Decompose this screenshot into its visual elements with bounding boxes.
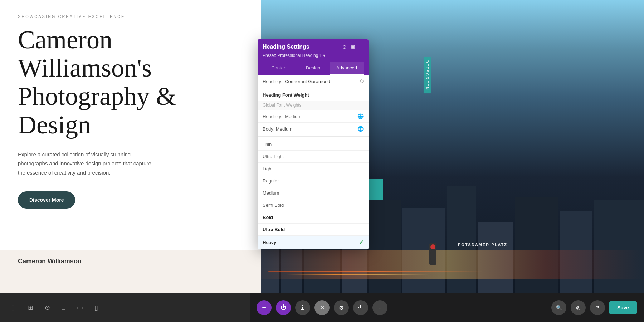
heading-settings-panel: Heading Settings ⊙ ▣ ⋮ Preset: Professio… bbox=[258, 39, 369, 249]
view-button[interactable]: ◎ bbox=[571, 300, 586, 315]
globe-icon: 🌐 bbox=[357, 113, 364, 119]
weight-option-ultralight[interactable]: Ultra Light bbox=[258, 150, 369, 162]
search-right-button[interactable]: 🔍 bbox=[551, 300, 566, 315]
discover-more-button[interactable]: Discover More bbox=[18, 191, 75, 209]
weight-option-heavy[interactable]: Heavy ✓ bbox=[258, 235, 369, 249]
tab-content[interactable]: Content bbox=[263, 62, 296, 75]
settings-button[interactable]: ⚙ bbox=[334, 300, 349, 315]
timer-button[interactable]: ⏱ bbox=[353, 300, 368, 315]
weight-label: Regular bbox=[263, 178, 279, 184]
bottom-toolbar: ⋮ ⊞ ⊙ □ ▭ ▯ + ⏻ 🗑 ✕ ⚙ ⏱ ↕ 🔍 ◎ ? Save bbox=[0, 293, 644, 322]
weight-label: Headings: Medium bbox=[263, 114, 301, 119]
preset-row[interactable]: Preset: Professional Heading 1 ▾ bbox=[263, 53, 364, 58]
toolbar-right: 🔍 ◎ ? Save bbox=[551, 300, 637, 315]
tab-advanced[interactable]: Advanced bbox=[330, 62, 364, 75]
save-button[interactable]: Save bbox=[609, 301, 637, 314]
toolbar-menu-icon[interactable]: ⋮ bbox=[7, 301, 19, 314]
weight-label: Ultra Light bbox=[263, 154, 284, 159]
panel-header-icons: ⊙ ▣ ⋮ bbox=[342, 44, 364, 50]
panel-body: Headings: Cormorant Garamond ⬡ Heading F… bbox=[258, 75, 369, 249]
weight-option-semibold[interactable]: Semi Bold bbox=[258, 199, 369, 211]
font-select-row[interactable]: Headings: Cormorant Garamond ⬡ bbox=[258, 75, 369, 88]
weight-option-thin[interactable]: Thin bbox=[258, 138, 369, 150]
bottom-preview-strip: Cameron Williamson bbox=[0, 250, 261, 293]
resize-button[interactable]: ↕ bbox=[372, 300, 387, 315]
close-button[interactable]: ✕ bbox=[314, 300, 330, 315]
panel-title: Heading Settings bbox=[263, 44, 309, 50]
toolbar-grid-icon[interactable]: ⊞ bbox=[26, 302, 35, 314]
toolbar-desktop-icon[interactable]: ▭ bbox=[75, 302, 85, 314]
description-text: Explore a curated collection of visually… bbox=[18, 150, 154, 177]
offscreen-label: Offscreen bbox=[424, 57, 431, 93]
font-select-label: Headings: Cormorant Garamond bbox=[263, 79, 330, 84]
toolbar-comment-icon[interactable]: □ bbox=[59, 302, 68, 314]
toolbar-center: + ⏻ 🗑 ✕ ⚙ ⏱ ↕ bbox=[257, 300, 387, 315]
weight-label: Ultra Bold bbox=[263, 227, 285, 232]
weight-option-body-medium[interactable]: Body: Medium 🌐 bbox=[258, 122, 369, 135]
tab-design[interactable]: Design bbox=[296, 62, 330, 75]
global-weights-label: Global Font Weights bbox=[258, 101, 369, 110]
panel-icon-circle[interactable]: ⊙ bbox=[342, 44, 347, 50]
weight-label: Body: Medium bbox=[263, 126, 292, 132]
subtitle: SHOWCASING CREATIVE EXCELLENCE bbox=[18, 14, 243, 19]
panel-header: Heading Settings ⊙ ▣ ⋮ Preset: Professio… bbox=[258, 39, 369, 75]
weight-label: Bold bbox=[263, 215, 273, 220]
weight-label: Medium bbox=[263, 190, 279, 196]
weight-option-medium[interactable]: Medium bbox=[258, 187, 369, 199]
power-button[interactable]: ⏻ bbox=[276, 300, 291, 315]
check-icon: ✓ bbox=[359, 239, 364, 246]
toolbar-mobile-icon[interactable]: ▯ bbox=[92, 302, 100, 314]
main-title: Cameron Williamson's Photography & Desig… bbox=[18, 26, 243, 139]
panel-tabs: Content Design Advanced bbox=[263, 62, 364, 75]
font-weight-section-label: Heading Font Weight bbox=[258, 88, 369, 101]
add-button[interactable]: + bbox=[257, 300, 272, 315]
preview-text: Cameron Williamson bbox=[18, 258, 82, 265]
toolbar-search-icon[interactable]: ⊙ bbox=[43, 302, 52, 314]
weight-option-bold[interactable]: Bold bbox=[258, 211, 369, 223]
weight-option-ultrabold[interactable]: Ultra Bold bbox=[258, 223, 369, 235]
font-select-arrow-icon: ⬡ bbox=[360, 79, 364, 84]
weight-option-light[interactable]: Light bbox=[258, 162, 369, 175]
weight-label: Semi Bold bbox=[263, 203, 284, 208]
weight-label: Heavy bbox=[263, 240, 276, 245]
weight-label: Light bbox=[263, 166, 273, 171]
teal-accent-rect bbox=[369, 179, 383, 200]
weight-option-headings-medium[interactable]: Headings: Medium 🌐 bbox=[258, 110, 369, 122]
help-button[interactable]: ? bbox=[590, 300, 605, 315]
panel-icon-grid[interactable]: ▣ bbox=[350, 44, 355, 50]
toolbar-left: ⋮ ⊞ ⊙ □ ▭ ▯ bbox=[7, 301, 100, 314]
weight-label: Thin bbox=[263, 142, 272, 147]
globe-icon: 🌐 bbox=[357, 126, 364, 132]
panel-icon-more[interactable]: ⋮ bbox=[358, 44, 364, 50]
weight-option-regular[interactable]: Regular bbox=[258, 175, 369, 187]
weight-divider bbox=[258, 136, 369, 137]
delete-button[interactable]: 🗑 bbox=[295, 300, 310, 315]
left-content-panel: SHOWCASING CREATIVE EXCELLENCE Cameron W… bbox=[0, 0, 261, 272]
